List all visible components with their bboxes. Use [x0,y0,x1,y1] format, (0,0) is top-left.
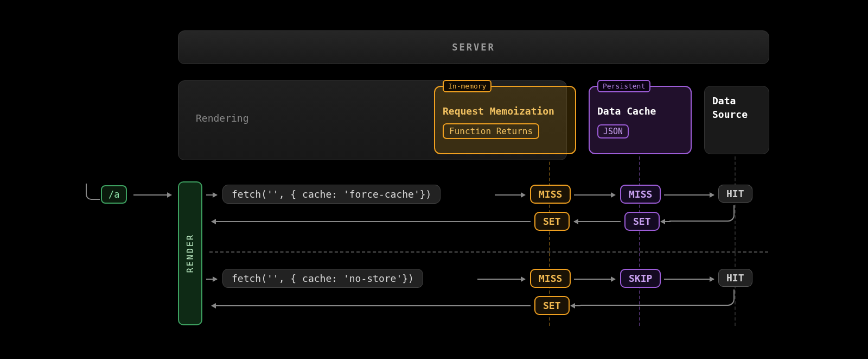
arrow-icon [477,279,525,280]
source-hit-1: HIT [718,185,752,203]
memo-subtitle: Function Returns [443,123,539,139]
memo-miss-2: MISS [530,269,571,288]
flow-divider [209,251,768,253]
memo-miss-1: MISS [530,185,571,204]
arrow-icon [212,221,531,222]
arrow-icon [574,221,621,222]
memo-title: Request Memoization [443,105,567,117]
arrow-to-render [133,194,171,196]
arrow-icon [212,305,531,306]
arrow-icon [664,279,714,280]
memo-set-1: SET [534,212,570,231]
data-source-box: Data Source [704,86,769,154]
memo-tag: In-memory [443,80,492,92]
memo-set-2: SET [534,296,570,315]
fetch-code-1: fetch('', { cache: 'force-cache'}) [222,185,441,204]
arrow-icon [574,279,615,280]
server-label: SERVER [452,42,495,53]
rendering-label: Rendering [196,112,249,124]
cache-skip-2: SKIP [620,269,661,288]
arrow-icon [574,194,615,196]
data-cache-box: Persistent Data Cache JSON [589,86,692,154]
fetch-code-2: fetch('', { cache: 'no-store'}) [222,269,423,288]
route-chip: /a [101,185,127,204]
cache-set-1: SET [624,212,660,231]
source-line2: Source [712,109,748,120]
return-line-2 [580,289,735,306]
arrow-icon [206,194,217,196]
arrow-icon [206,279,217,280]
cache-miss-1: MISS [620,185,661,204]
render-label: RENDER [186,234,195,273]
source-hit-2: HIT [718,269,752,287]
cache-subtitle: JSON [597,124,629,138]
source-line1: Data [712,95,736,106]
source-guide-line [735,156,736,326]
arrow-icon [495,194,525,196]
render-bar: RENDER [178,181,202,325]
cache-title: Data Cache [597,105,683,117]
arrow-icon [664,194,714,196]
return-line-1 [669,205,735,222]
cache-tag: Persistent [597,80,650,92]
arrow-icon [661,221,671,222]
incoming-request-line [86,184,100,200]
server-header: SERVER [178,30,769,64]
arrow-icon [571,305,580,306]
request-memoization-box: In-memory Request Memoization Function R… [434,86,576,154]
